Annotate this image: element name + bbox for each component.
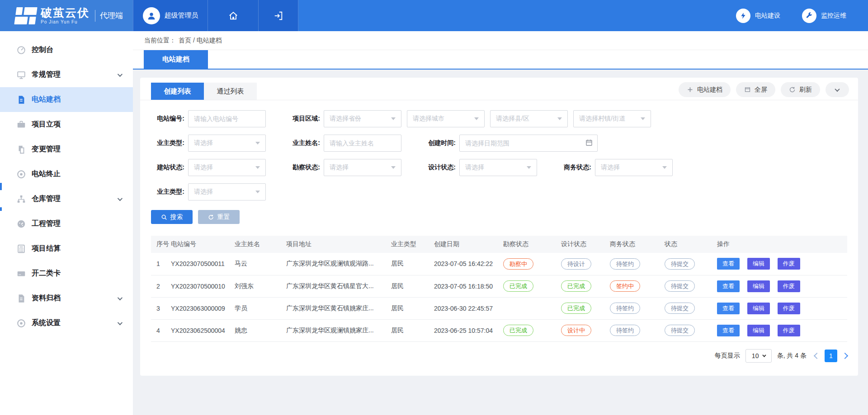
fullscreen-icon (744, 86, 751, 93)
col-survey-status: 勘察状态 (503, 236, 561, 253)
nav-monitor-ops[interactable]: 监控运维 (802, 9, 846, 23)
logout-icon (274, 11, 283, 21)
sidebar-item-general[interactable]: 常规管理 (0, 62, 133, 87)
page-number[interactable]: 1 (825, 350, 837, 362)
home-button[interactable] (208, 0, 259, 31)
survey-status-label: 勘察状态: (287, 163, 324, 172)
status-badge: 待设计 (561, 258, 591, 270)
void-button[interactable]: 作废 (778, 303, 800, 314)
edit-button[interactable]: 编辑 (747, 258, 770, 270)
col-index: 序号 (151, 236, 171, 253)
table-header-row: 序号 电站编号 业主姓名 项目地址 业主类型 创建日期 勘察状态 设计状态 商务… (151, 236, 847, 253)
sidebar-item-data-archive[interactable]: 资料归档 (0, 286, 133, 311)
col-actions: 操作 (717, 236, 847, 253)
lightning-icon (736, 9, 750, 23)
owner-type2-select[interactable]: 请选择 (188, 183, 266, 201)
col-owner-type: 业主类型 (391, 236, 434, 253)
user-icon (146, 11, 156, 21)
chevron-down-icon (763, 353, 766, 357)
owner-name-input[interactable] (324, 135, 401, 152)
design-status-select[interactable]: 请选择 (459, 159, 537, 176)
view-button[interactable]: 查看 (717, 303, 740, 314)
prev-page-button[interactable] (814, 352, 820, 359)
avatar (143, 7, 160, 24)
void-button[interactable]: 作废 (778, 325, 800, 336)
design-status-label: 设计状态: (422, 163, 459, 172)
chevron-down-icon (118, 71, 123, 76)
table-row: 2 YX2023070500010 刘强东 广东深圳龙华区黄石镇星官大... 居… (151, 275, 847, 297)
next-page-button[interactable] (842, 352, 848, 359)
business-status-select[interactable]: 请选择 (595, 159, 673, 176)
status-badge: 设计中 (561, 325, 591, 336)
settings-icon (16, 318, 26, 328)
reset-button[interactable]: 重置 (198, 210, 240, 224)
gauge-icon (16, 45, 26, 55)
status-badge: 待提交 (665, 325, 695, 336)
page-tab-station-archive[interactable]: 电站建档 (144, 50, 208, 69)
build-status-select[interactable]: 请选择 (188, 159, 266, 176)
city-select[interactable]: 请选择城市 (407, 110, 485, 127)
user-menu[interactable]: 超级管理员 (133, 0, 208, 31)
tab-create-list[interactable]: 创建列表 (151, 83, 204, 100)
page-tab-bar: 电站建档 (133, 50, 868, 70)
town-select[interactable]: 请选择村镇/街道 (573, 110, 651, 127)
document-icon (16, 95, 26, 105)
view-button[interactable]: 查看 (717, 325, 740, 336)
refresh-button[interactable]: 刷新 (781, 82, 820, 97)
bank-card-icon (16, 269, 26, 279)
logo-subtitle: Po Jian Yun Fu (41, 19, 90, 24)
sidebar-item-station-archive[interactable]: 电站建档 (0, 87, 133, 112)
calendar-icon (585, 139, 593, 147)
owner-type-select[interactable]: 请选择 (188, 135, 266, 152)
void-button[interactable]: 作废 (778, 258, 800, 270)
sidebar-item-card[interactable]: 开二类卡 (0, 261, 133, 286)
logout-button[interactable] (259, 0, 298, 31)
void-button[interactable]: 作废 (778, 280, 800, 292)
col-address: 项目地址 (286, 236, 391, 253)
logo[interactable]: 破茧云伏 Po Jian Yun Fu 代理端 (0, 0, 133, 31)
add-station-button[interactable]: 电站建档 (679, 82, 731, 97)
fullscreen-button[interactable]: 全屏 (736, 82, 775, 97)
breadcrumb-path[interactable]: 首页 / 电站建档 (179, 37, 222, 45)
status-badge: 待提交 (665, 303, 695, 314)
status-badge: 已完成 (503, 325, 533, 336)
province-select[interactable]: 请选择省份 (324, 110, 401, 127)
per-page-select[interactable]: 10 (745, 349, 772, 363)
sidebar-item-project-initiation[interactable]: 项目立项 (0, 112, 133, 137)
status-badge: 待签约 (610, 303, 640, 314)
dropdown-arrow-icon (391, 166, 396, 169)
sidebar-item-engineering[interactable]: 工程管理 (0, 211, 133, 236)
owner-name-label: 业主姓名: (287, 139, 324, 147)
chevron-down-icon (118, 295, 123, 300)
survey-status-select[interactable]: 请选择 (324, 159, 401, 176)
view-button[interactable]: 查看 (717, 258, 740, 270)
sidebar-item-settings[interactable]: 系统设置 (0, 311, 133, 336)
edit-button[interactable]: 编辑 (747, 303, 770, 314)
edit-button[interactable]: 编辑 (747, 280, 770, 292)
col-station-code: 电站编号 (171, 236, 235, 253)
status-badge: 已完成 (503, 280, 533, 292)
sidebar-item-warehouse[interactable]: 仓库管理 (0, 187, 133, 211)
refresh-icon (789, 86, 796, 93)
status-badge: 签约中 (610, 280, 640, 292)
nav-station-build[interactable]: 电站建设 (736, 9, 780, 23)
dropdown-arrow-icon (527, 166, 531, 169)
dropdown-arrow-icon (641, 117, 645, 120)
date-range-input[interactable] (459, 135, 598, 152)
county-select[interactable]: 请选择县/区 (490, 110, 568, 127)
file-icon (16, 294, 26, 303)
sidebar-item-station-terminate[interactable]: 电站终止 (0, 162, 133, 187)
sidebar-item-change-mgmt[interactable]: 变更管理 (0, 137, 133, 162)
tab-passed-list[interactable]: 通过列表 (204, 83, 257, 100)
status-badge: 待签约 (610, 258, 640, 270)
sidebar-item-console[interactable]: 控制台 (0, 37, 133, 62)
view-button[interactable]: 查看 (717, 280, 740, 292)
edit-button[interactable]: 编辑 (747, 325, 770, 336)
collapse-toolbar-button[interactable] (826, 82, 849, 97)
sidebar-item-settlement[interactable]: 项目结算 (0, 236, 133, 261)
create-time-label: 创建时间: (422, 139, 459, 147)
search-button[interactable]: 搜索 (151, 210, 193, 224)
col-design-status: 设计状态 (561, 236, 610, 253)
logo-title: 破茧云伏 (41, 7, 90, 19)
station-code-input[interactable] (188, 110, 266, 127)
